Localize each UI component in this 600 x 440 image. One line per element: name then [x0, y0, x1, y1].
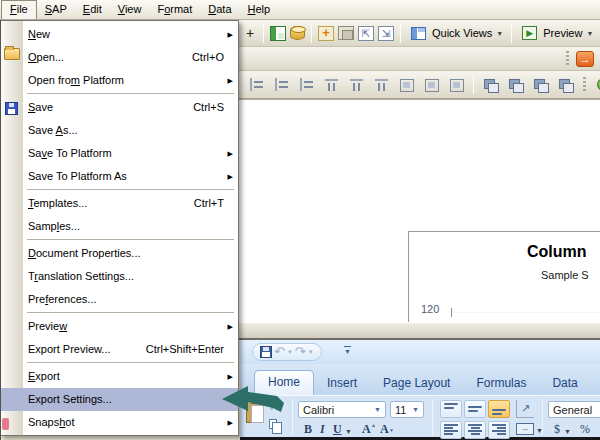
label-text: emplates...: [34, 197, 88, 209]
import-spreadsheet-icon[interactable]: [270, 26, 286, 41]
align-center-v-icon[interactable]: [347, 76, 366, 93]
file-menu-item-save-to-platform-as[interactable]: Save To Platform As▶: [1, 165, 238, 188]
align-middle-button[interactable]: [464, 400, 486, 418]
toolbar-grip[interactable]: [583, 77, 586, 93]
distribute-icon[interactable]: [372, 76, 391, 93]
menubar-item-edit[interactable]: Edit: [75, 0, 110, 19]
accelerator-char: A: [56, 124, 63, 136]
menubar-item-view[interactable]: View: [110, 0, 150, 19]
accelerator-char: S: [45, 3, 52, 15]
file-menu-item-preferences[interactable]: Preferences...: [1, 288, 238, 311]
data-manager-icon[interactable]: [290, 26, 305, 40]
bring-forward-icon[interactable]: [506, 76, 525, 93]
accelerator-char: m: [71, 74, 80, 86]
resize-canvas-icon[interactable]: ⇲: [378, 26, 394, 41]
file-menu-item-open-from-platform[interactable]: Open from Platform▶: [1, 69, 238, 92]
align-center-button[interactable]: [464, 421, 486, 439]
percent-button[interactable]: %: [580, 422, 590, 437]
start-button[interactable]: Star: [591, 76, 600, 93]
add-icon[interactable]: +: [243, 25, 257, 41]
copy-object-icon[interactable]: [338, 26, 354, 40]
excel-title-strip: ↶ ▼ ↷ ▼ ▼: [240, 340, 600, 364]
window-chrome-band: [238, 322, 600, 340]
file-menu-item-preview[interactable]: Preview▶: [1, 315, 238, 338]
customize-qat-icon[interactable]: ▼: [344, 346, 351, 355]
file-menu-item-export[interactable]: Export▶: [1, 365, 238, 388]
align-bottom-button[interactable]: [488, 400, 510, 418]
same-width-icon[interactable]: [397, 76, 416, 93]
number-format-select[interactable]: General: [548, 401, 600, 418]
align-left-button[interactable]: [440, 421, 462, 439]
chevron-down-icon: ▼: [374, 406, 381, 413]
align-top-icon[interactable]: [272, 76, 291, 93]
file-menu-item-export-settings[interactable]: Export Settings...: [1, 388, 238, 411]
file-menu-item-save-to-platform[interactable]: Save To Platform▶: [1, 142, 238, 165]
orientation-button[interactable]: ↗: [516, 400, 534, 418]
redo-caret-icon[interactable]: ▼: [308, 349, 314, 355]
send-backward-icon[interactable]: [531, 76, 550, 93]
ribbon-tab-formulas[interactable]: Formulas: [463, 371, 539, 395]
align-center-h-icon[interactable]: [297, 76, 316, 93]
italic-button[interactable]: I: [320, 422, 325, 437]
chevron-down-icon: ▼: [412, 406, 419, 413]
ribbon-tab-page-layout[interactable]: Page Layout: [370, 371, 463, 395]
merge-center-button[interactable]: ↔: [516, 423, 534, 435]
same-size-icon[interactable]: [447, 76, 466, 93]
align-bottom-icon[interactable]: [322, 76, 341, 93]
save-icon[interactable]: [260, 346, 272, 358]
file-menu-item-new[interactable]: New▶: [1, 23, 238, 46]
menubar-item-format[interactable]: Format: [149, 0, 200, 19]
file-menu-item-save-as[interactable]: Save As...: [1, 119, 238, 142]
export-icon[interactable]: →: [576, 51, 594, 67]
file-menu-item-translation-settings[interactable]: Translation Settings...: [1, 265, 238, 288]
send-to-back-icon[interactable]: [556, 76, 575, 93]
underline-button[interactable]: U: [333, 422, 342, 437]
currency-button[interactable]: $: [554, 422, 560, 437]
file-menu-item-export-preview[interactable]: Export Preview...Ctrl+Shift+Enter: [1, 338, 238, 361]
toolbar-grip[interactable]: [566, 51, 569, 67]
grow-font-button[interactable]: A: [362, 422, 371, 437]
add-component-icon[interactable]: [318, 26, 334, 41]
align-right-button[interactable]: [488, 421, 510, 439]
underline-glyph: U: [333, 422, 342, 436]
axis-tick: [451, 308, 452, 317]
shrink-font-button[interactable]: A: [380, 422, 389, 437]
font-name-select[interactable]: Calibri ▼: [298, 401, 386, 418]
file-menu-item-open[interactable]: Open...Ctrl+O: [1, 46, 238, 69]
axis-tick-label: 120: [421, 303, 439, 315]
copy-icon[interactable]: [269, 419, 277, 429]
same-height-icon[interactable]: [422, 76, 441, 93]
quick-views-button[interactable]: Quick Views ▼: [405, 25, 507, 42]
ribbon-tab-data[interactable]: Data: [539, 371, 590, 395]
file-menu-item-document-properties[interactable]: Document Properties...: [1, 242, 238, 265]
file-menu-item-samples[interactable]: Samples...: [1, 215, 238, 238]
align-right-glyph: [492, 424, 506, 436]
align-left-icon[interactable]: [247, 76, 266, 93]
undo-caret-icon[interactable]: ▼: [287, 349, 293, 355]
label-text: ata: [216, 3, 231, 15]
label-text: AP: [52, 3, 67, 15]
file-menu-item-save[interactable]: SaveCtrl+S: [1, 96, 238, 119]
menubar-item-file[interactable]: File: [1, 0, 37, 19]
ribbon-separator: [542, 399, 543, 435]
menu-shortcut: Ctrl+S: [193, 96, 224, 119]
preview-button[interactable]: ▶ Preview ▼: [516, 24, 597, 42]
bold-button[interactable]: B: [304, 422, 312, 437]
menubar-item-sap[interactable]: SAP: [37, 0, 75, 19]
underline-caret-icon[interactable]: ▼: [345, 428, 352, 435]
currency-caret-icon[interactable]: ▼: [564, 428, 571, 435]
align-top-button[interactable]: [440, 400, 462, 418]
label-text: Samp: [28, 220, 57, 232]
label-text: ile: [17, 3, 28, 15]
bring-to-front-icon[interactable]: [481, 76, 500, 93]
file-menu-item-templates[interactable]: Templates...Ctrl+T: [1, 192, 238, 215]
menubar-item-help[interactable]: Help: [240, 0, 279, 19]
ribbon-tab-insert[interactable]: Insert: [314, 371, 370, 395]
toolbar-separator: [311, 24, 312, 43]
menubar-item-data[interactable]: Data: [200, 0, 239, 19]
fit-canvas-icon[interactable]: ⇱: [358, 26, 374, 41]
redo-icon[interactable]: ↷: [295, 346, 306, 358]
undo-icon[interactable]: ↶: [274, 346, 285, 358]
font-size-select[interactable]: 11 ▼: [390, 401, 424, 418]
file-menu-item-snapshot[interactable]: Snapshot▶: [1, 411, 238, 434]
